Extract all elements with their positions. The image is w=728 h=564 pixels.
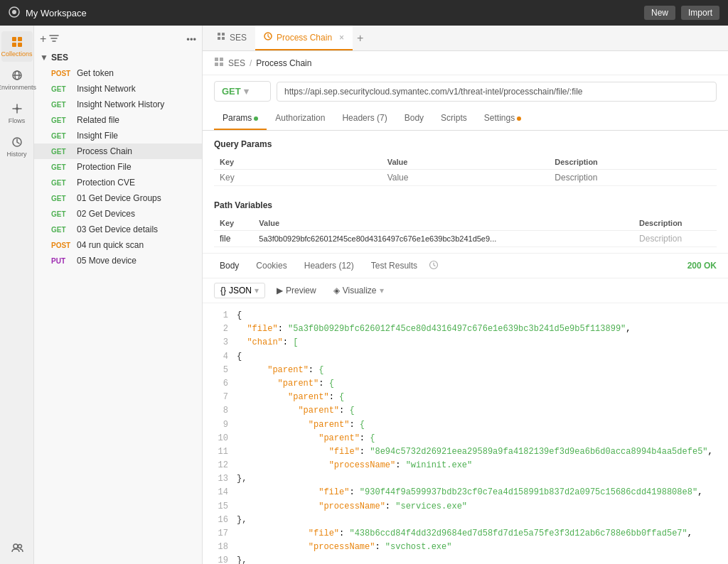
nav-item-03-get-device-details[interactable]: GET 03 Get Device details: [34, 222, 202, 237]
line-content-18: "processName": "svchost.exe": [237, 541, 717, 554]
tab-process-chain[interactable]: Process Chain ×: [255, 26, 353, 50]
nav-item-insight-file[interactable]: GET Insight File: [34, 128, 202, 143]
sidebar-item-history[interactable]: History: [1, 131, 33, 162]
svg-rect-2: [12, 37, 16, 41]
nav-item-04-run-quick-scan[interactable]: POST 04 run quick scan: [34, 237, 202, 253]
path-variables-title: Path Variables: [214, 200, 717, 210]
query-desc-input[interactable]: [555, 173, 711, 183]
req-tab-body[interactable]: Body: [396, 107, 432, 130]
collections-label: Collections: [1, 50, 32, 58]
method-badge-get-10: GET: [51, 226, 73, 234]
json-format-label: JSON: [229, 286, 252, 295]
nav-item-get-token[interactable]: POST Get token: [34, 65, 202, 81]
filter-icon[interactable]: [49, 33, 59, 45]
line-number-15: 15: [214, 500, 228, 514]
code-line-16: 16 },: [214, 514, 717, 527]
query-key-input[interactable]: [220, 173, 376, 183]
sidebar-inner: Collections Environments Flows History: [0, 26, 202, 564]
req-tab-params[interactable]: Params: [214, 107, 267, 130]
nav-item-process-chain[interactable]: GET Process Chain: [34, 143, 202, 159]
line-number-17: 17: [214, 527, 228, 541]
url-input[interactable]: [277, 82, 717, 102]
body-tab-cookies[interactable]: Cookies: [250, 258, 292, 273]
nav-item-protection-cve[interactable]: GET Protection CVE: [34, 175, 202, 190]
visualize-button[interactable]: ◈ Visualize ▾: [328, 283, 390, 298]
more-options-icon[interactable]: •••: [186, 34, 196, 45]
method-badge-get-7: GET: [51, 179, 73, 187]
path-variables-table: Key Value Description file 5a3f0b0929bfc…: [214, 216, 717, 247]
json-format-button[interactable]: {} JSON ▾: [214, 283, 265, 298]
line-number-10: 10: [214, 432, 228, 445]
history-icon-body[interactable]: [429, 260, 439, 272]
collection-toggle-ses[interactable]: ▼: [40, 53, 48, 63]
req-tab-scripts[interactable]: Scripts: [432, 107, 476, 130]
line-content-4: {: [237, 350, 717, 364]
path-var-value-file[interactable]: 5a3f0b0929bfc626012f45ce80d4316497c676e1…: [253, 231, 633, 247]
req-tab-authorization[interactable]: Authorization: [267, 107, 333, 130]
line-content-19: },: [237, 554, 717, 564]
breadcrumb-sep: /: [250, 58, 252, 68]
breadcrumb: SES / Process Chain: [203, 51, 728, 75]
add-collection-icon[interactable]: +: [40, 33, 46, 45]
body-tab-headers[interactable]: Headers (12): [299, 258, 360, 273]
body-tab-test-results[interactable]: Test Results: [365, 258, 423, 273]
method-badge-get: GET: [51, 85, 73, 93]
tab-add-button[interactable]: +: [353, 32, 368, 45]
nav-item-05-move-device[interactable]: PUT 05 Move device: [34, 253, 202, 269]
path-col-value: Value: [253, 216, 633, 231]
import-button[interactable]: Import: [681, 6, 719, 20]
method-badge-get-5: GET: [51, 148, 73, 156]
query-params-section: Query Params Key Value Description: [203, 131, 728, 195]
code-line-2: 2 "file": "5a3f0b0929bfc626012f45ce80d43…: [214, 322, 717, 336]
nav-item-insight-network-history[interactable]: GET Insight Network History: [34, 97, 202, 112]
nav-label-insight-network: Insight Network: [77, 84, 136, 94]
nav-item-related-file[interactable]: GET Related file: [34, 112, 202, 128]
method-select[interactable]: GET ▾: [214, 81, 271, 102]
breadcrumb-parent: SES: [228, 58, 245, 68]
json-chevron-icon: ▾: [255, 286, 259, 295]
sidebar-item-flows[interactable]: Flows: [1, 98, 33, 129]
json-braces-icon: {}: [220, 286, 226, 295]
nav-label-04-run-quick-scan: 04 run quick scan: [77, 240, 144, 250]
line-content-15: "processName": "services.exe": [237, 500, 717, 514]
sidebar-item-team[interactable]: [1, 537, 33, 558]
tab-bar: SES Process Chain × +: [203, 26, 728, 51]
visualize-icon: ◈: [333, 286, 340, 295]
code-line-5: 5 "parent": {: [214, 364, 717, 377]
method-badge-put: PUT: [51, 257, 73, 265]
code-line-13: 13 },: [214, 472, 717, 486]
new-button[interactable]: New: [644, 6, 675, 20]
sidebar-item-environments[interactable]: Environments: [1, 65, 33, 95]
nav-item-protection-file[interactable]: GET Protection File: [34, 159, 202, 175]
body-tab-body[interactable]: Body: [214, 258, 245, 273]
tab-ses[interactable]: SES: [208, 26, 255, 50]
line-number-9: 9: [214, 418, 228, 432]
line-number-14: 14: [214, 486, 228, 499]
code-line-18: 18 "processName": "svchost.exe": [214, 541, 717, 554]
preview-button[interactable]: ▶ Preview: [271, 283, 322, 298]
collection-header-ses[interactable]: ▼ SES: [34, 50, 202, 65]
main-layout: Collections Environments Flows History: [0, 26, 728, 564]
nav-item-01-get-device-groups[interactable]: GET 01 Get Device Groups: [34, 190, 202, 206]
query-value-input[interactable]: [387, 173, 544, 183]
request-bar: GET ▾: [203, 75, 728, 107]
content-area: SES Process Chain × + SES / Process Chai…: [203, 26, 728, 564]
nav-item-02-get-devices[interactable]: GET 02 Get Devices: [34, 206, 202, 222]
svg-point-11: [14, 544, 18, 548]
req-tab-headers[interactable]: Headers (7): [333, 107, 395, 130]
path-var-key-file: file: [214, 231, 253, 247]
line-content-8: "parent": {: [237, 404, 717, 418]
code-line-6: 6 "parent": {: [214, 377, 717, 391]
code-line-3: 3 "chain": [: [214, 336, 717, 349]
sidebar-item-collections[interactable]: Collections: [1, 31, 33, 62]
req-tabs: Params Authorization Headers (7) Body Sc…: [203, 107, 728, 131]
tab-close-icon[interactable]: ×: [339, 33, 344, 43]
nav-label-related-file: Related file: [77, 115, 119, 125]
req-tab-settings[interactable]: Settings: [476, 107, 530, 130]
tab-process-chain-label: Process Chain: [277, 33, 332, 43]
preview-label: Preview: [286, 286, 316, 295]
svg-point-12: [18, 545, 21, 548]
path-col-description: Description: [633, 216, 717, 231]
method-chevron-icon: ▾: [244, 86, 249, 97]
nav-item-insight-network[interactable]: GET Insight Network: [34, 81, 202, 97]
